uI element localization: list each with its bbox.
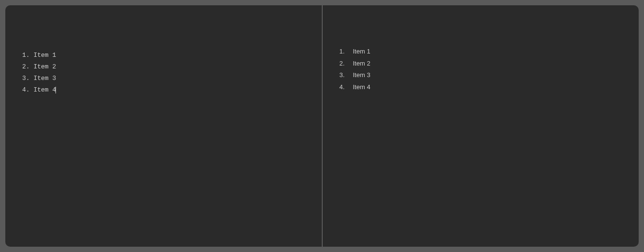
preview-ordered-list: Item 1 Item 2 Item 3 Item 4 [340,46,622,93]
source-line[interactable]: 4. Item 4 [22,84,305,96]
list-item-text: Item 3 [351,71,370,79]
source-line[interactable]: 2. Item 2 [22,61,305,73]
text-cursor [55,87,56,93]
list-item-text: Item 1 [351,48,370,55]
list-item-text: Item 4 [351,83,370,91]
source-editor-panel[interactable]: 1. Item 1 2. Item 2 3. Item 3 4. Item 4 [5,5,322,247]
list-item: Item 3 [351,69,622,81]
list-item: Item 1 [351,46,622,58]
source-line[interactable]: 1. Item 1 [22,50,305,61]
list-item: Item 2 [351,58,622,70]
preview-panel: Item 1 Item 2 Item 3 Item 4 [323,5,639,247]
list-item-text: Item 2 [351,60,370,67]
split-editor-container: 1. Item 1 2. Item 2 3. Item 3 4. Item 4 … [5,5,639,247]
source-line[interactable]: 3. Item 3 [22,73,305,84]
source-text: 4. Item 4 [22,86,56,93]
list-item: Item 4 [351,81,622,93]
